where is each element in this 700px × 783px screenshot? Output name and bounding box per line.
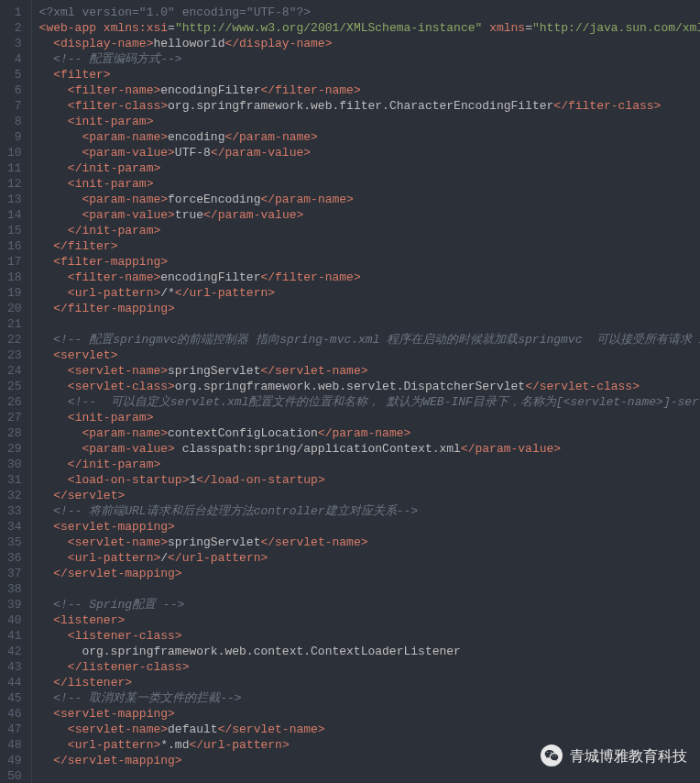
code-line: <listener> [39, 612, 700, 628]
code-line: <servlet-mapping> [39, 706, 700, 722]
line-number: 46 [7, 706, 22, 722]
code-line: </filter> [39, 238, 700, 254]
code-line: <url-pattern>/*</url-pattern> [39, 285, 700, 301]
line-number: 32 [7, 488, 22, 503]
code-line: <listener-class> [39, 628, 700, 644]
line-number: 41 [7, 628, 22, 644]
code-line: <filter-name>encodingFilter</filter-name… [39, 270, 700, 285]
code-line [39, 581, 700, 597]
code-line: </listener-class> [39, 659, 700, 675]
line-number: 44 [7, 675, 22, 690]
code-line: <init-param> [39, 176, 700, 192]
line-number: 45 [7, 690, 22, 706]
line-number: 25 [7, 379, 22, 394]
line-number: 13 [7, 192, 22, 207]
code-line: <filter-name>encodingFilter</filter-name… [39, 83, 700, 98]
line-number: 17 [7, 254, 22, 270]
line-number: 42 [7, 644, 22, 659]
code-line [39, 316, 700, 332]
code-line: <param-name>forceEncoding</param-name> [39, 192, 700, 207]
line-number: 5 [7, 67, 22, 83]
code-line: <!-- Spring配置 --> [39, 597, 700, 612]
line-number: 22 [7, 332, 22, 347]
line-number: 27 [7, 410, 22, 425]
line-number: 30 [7, 457, 22, 472]
line-number: 19 [7, 285, 22, 301]
line-number: 14 [7, 207, 22, 223]
watermark-text: 青城博雅教育科技 [570, 748, 687, 764]
code-line: <servlet-mapping> [39, 519, 700, 535]
line-number: 8 [7, 114, 22, 129]
line-number: 36 [7, 550, 22, 566]
line-number: 40 [7, 612, 22, 628]
code-line: <display-name>helloworld</display-name> [39, 36, 700, 51]
line-number: 21 [7, 316, 22, 332]
code-line: <web-app xmlns:xsi="http://www.w3.org/20… [39, 20, 700, 36]
code-line: </filter-mapping> [39, 301, 700, 316]
code-line: </servlet> [39, 488, 700, 503]
code-line: <!-- 可以自定义servlet.xml配置文件的位置和名称， 默认为WEB-… [39, 394, 700, 410]
code-line: <servlet-class>org.springframework.web.s… [39, 379, 700, 394]
line-number: 16 [7, 238, 22, 254]
wechat-icon [541, 744, 563, 766]
line-number: 49 [7, 753, 22, 768]
code-line: <url-pattern>/</url-pattern> [39, 550, 700, 566]
code-line: </listener> [39, 675, 700, 690]
code-editor: 1234567891011121314151617181920212223242… [0, 0, 700, 783]
line-number: 6 [7, 83, 22, 98]
watermark: 青城博雅教育科技 [541, 744, 687, 766]
code-area[interactable]: <?xml version="1.0" encoding="UTF-8"?><w… [32, 0, 700, 783]
line-number: 10 [7, 145, 22, 160]
code-line: </init-param> [39, 457, 700, 472]
line-number: 39 [7, 597, 22, 612]
line-number: 48 [7, 737, 22, 753]
code-line: <init-param> [39, 114, 700, 129]
line-number: 18 [7, 270, 22, 285]
line-number: 43 [7, 659, 22, 675]
line-number: 15 [7, 223, 22, 238]
code-line: <filter-mapping> [39, 254, 700, 270]
code-line: <param-name>contextConfigLocation</param… [39, 425, 700, 441]
code-line: org.springframework.web.context.ContextL… [39, 644, 700, 659]
code-line: </init-param> [39, 223, 700, 238]
line-number: 24 [7, 363, 22, 379]
line-number: 28 [7, 425, 22, 441]
line-number: 29 [7, 441, 22, 457]
line-number: 33 [7, 503, 22, 519]
code-line: <servlet-name>default</servlet-name> [39, 722, 700, 737]
code-line: <?xml version="1.0" encoding="UTF-8"?> [39, 5, 700, 20]
line-number: 11 [7, 160, 22, 176]
line-number: 31 [7, 472, 22, 488]
code-line: <servlet-name>springServlet</servlet-nam… [39, 535, 700, 550]
line-number: 2 [7, 20, 22, 36]
code-line: </servlet-mapping> [39, 566, 700, 581]
code-line: <init-param> [39, 410, 700, 425]
line-number: 50 [7, 768, 22, 783]
code-line: <param-value>true</param-value> [39, 207, 700, 223]
line-number: 9 [7, 129, 22, 145]
code-line: <!-- 配置编码方式--> [39, 51, 700, 67]
line-number: 35 [7, 535, 22, 550]
line-gutter: 1234567891011121314151617181920212223242… [0, 0, 32, 783]
line-number: 34 [7, 519, 22, 535]
code-line [39, 768, 700, 783]
code-line: <param-name>encoding</param-name> [39, 129, 700, 145]
line-number: 23 [7, 347, 22, 363]
line-number: 26 [7, 394, 22, 410]
line-number: 12 [7, 176, 22, 192]
code-line: <load-on-startup>1</load-on-startup> [39, 472, 700, 488]
code-line: <!-- 将前端URL请求和后台处理方法controller建立对应关系--> [39, 503, 700, 519]
line-number: 20 [7, 301, 22, 316]
code-line: <param-value>UTF-8</param-value> [39, 145, 700, 160]
code-line: <servlet-name>springServlet</servlet-nam… [39, 363, 700, 379]
code-line: <!-- 取消对某一类文件的拦截--> [39, 690, 700, 706]
line-number: 47 [7, 722, 22, 737]
line-number: 4 [7, 51, 22, 67]
line-number: 7 [7, 98, 22, 114]
line-number: 38 [7, 581, 22, 597]
line-number: 37 [7, 566, 22, 581]
code-line: <param-value> classpath:spring/applicati… [39, 441, 700, 457]
line-number: 3 [7, 36, 22, 51]
code-line: <filter-class>org.springframework.web.fi… [39, 98, 700, 114]
code-line: <!-- 配置springmvc的前端控制器 指向spring-mvc.xml … [39, 332, 700, 347]
